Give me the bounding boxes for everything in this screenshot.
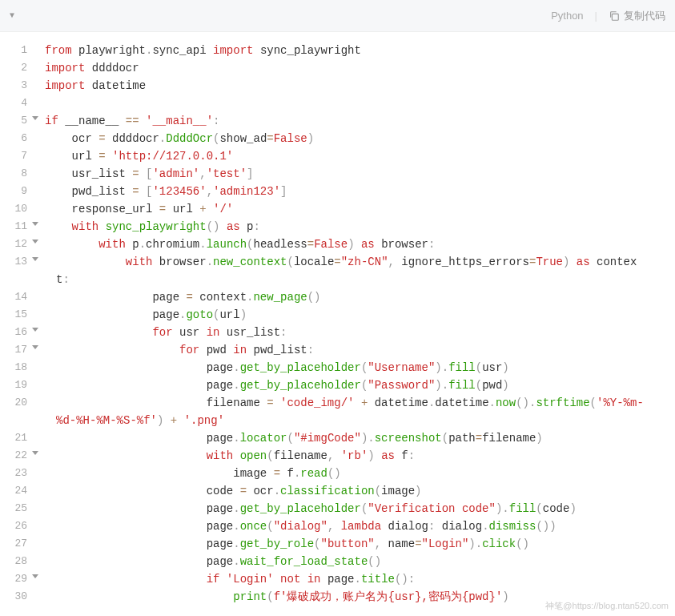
line-number: 23 <box>0 465 34 482</box>
line-gutter: 1234567891011121314151617181920212223242… <box>0 32 34 615</box>
line-number <box>0 271 34 288</box>
code-line: with sync_playwright() as p: <box>45 218 675 236</box>
line-number: 27 <box>0 535 34 553</box>
line-number: 9 <box>0 183 34 200</box>
code-line: pwd_list = ['123456','admin123'] <box>45 183 675 200</box>
line-number: 30 <box>0 588 34 606</box>
fold-marker-icon[interactable] <box>32 257 38 261</box>
fold-marker-icon[interactable] <box>32 240 38 244</box>
code-line: url = 'http://127.0.0.1' <box>45 147 675 165</box>
toolbar-right: Python | 复制代码 <box>551 9 665 23</box>
code-line: with open(filename, 'rb') as f: <box>45 447 675 465</box>
line-number: 19 <box>0 376 34 394</box>
svg-rect-0 <box>612 14 618 20</box>
fold-marker-icon[interactable] <box>32 345 38 349</box>
code-line: import ddddocr <box>45 59 675 77</box>
line-number: 12 <box>0 236 34 253</box>
watermark: 神笔@https://blog.ntan520.com <box>545 600 669 612</box>
code-line: with browser.new_context(locale="zh-CN",… <box>45 253 675 271</box>
code-line: page.once("dialog", lambda dialog: dialo… <box>45 517 675 535</box>
line-number: 29 <box>0 570 34 588</box>
line-number: 10 <box>0 200 34 218</box>
code-area: 1234567891011121314151617181920212223242… <box>0 32 675 615</box>
code-line: t: <box>45 271 675 288</box>
code-line: page.get_by_placeholder("Username").fill… <box>45 359 675 376</box>
language-label: Python <box>551 10 583 22</box>
line-number: 11 <box>0 218 34 236</box>
fold-marker-icon[interactable] <box>32 116 38 120</box>
code-line: from playwright.sync_api import sync_pla… <box>45 42 675 59</box>
line-number: 26 <box>0 517 34 535</box>
fold-marker-icon[interactable] <box>32 328 38 332</box>
code-line: %d-%H-%M-%S-%f') + '.png' <box>45 412 675 429</box>
line-number: 15 <box>0 306 34 324</box>
copy-icon <box>609 10 620 22</box>
line-number: 6 <box>0 130 34 147</box>
code-line: page.goto(url) <box>45 306 675 324</box>
code-line: ocr = ddddocr.DdddOcr(show_ad=False) <box>45 130 675 147</box>
line-number: 7 <box>0 147 34 165</box>
code-line: image = f.read() <box>45 465 675 482</box>
code-line: response_url = url + '/' <box>45 200 675 218</box>
code-line: for usr in usr_list: <box>45 324 675 341</box>
line-number <box>0 412 34 429</box>
line-number: 22 <box>0 447 34 465</box>
code-line: import datetime <box>45 77 675 95</box>
line-number: 3 <box>0 77 34 95</box>
line-number: 4 <box>0 95 34 112</box>
code-line: with p.chromium.launch(headless=False) a… <box>45 236 675 253</box>
separator: | <box>595 10 597 22</box>
line-number: 20 <box>0 394 34 412</box>
code-line: usr_list = ['admin','test'] <box>45 165 675 183</box>
code-line: page.get_by_placeholder("Verification co… <box>45 500 675 517</box>
copy-code-button[interactable]: 复制代码 <box>609 9 665 23</box>
code-line: code = ocr.classification(image) <box>45 482 675 500</box>
line-number: 21 <box>0 429 34 447</box>
line-number: 25 <box>0 500 34 517</box>
code-line: page = context.new_page() <box>45 288 675 306</box>
line-number: 17 <box>0 341 34 359</box>
line-number: 28 <box>0 553 34 570</box>
code-line: page.locator("#imgCode").screenshot(path… <box>45 429 675 447</box>
line-number: 13 <box>0 253 34 271</box>
line-number: 18 <box>0 359 34 376</box>
code-line <box>45 95 675 112</box>
line-number: 14 <box>0 288 34 306</box>
code-line: page.get_by_placeholder("Password").fill… <box>45 376 675 394</box>
line-number: 5 <box>0 112 34 130</box>
code-line: page.wait_for_load_state() <box>45 553 675 570</box>
chevron-down-icon[interactable]: ▼ <box>10 11 14 20</box>
line-number: 8 <box>0 165 34 183</box>
copy-label: 复制代码 <box>624 9 665 23</box>
line-number: 2 <box>0 59 34 77</box>
code-line: for pwd in pwd_list: <box>45 341 675 359</box>
line-number: 24 <box>0 482 34 500</box>
code-toolbar: ▼ Python | 复制代码 <box>0 0 675 32</box>
code-line: if 'Login' not in page.title(): <box>45 570 675 588</box>
fold-marker-icon[interactable] <box>32 222 38 226</box>
toolbar-left: ▼ <box>10 11 551 20</box>
code-line: if __name__ == '__main__': <box>45 112 675 130</box>
code-line: page.get_by_role("button", name="Login")… <box>45 535 675 553</box>
code-content[interactable]: from playwright.sync_api import sync_pla… <box>34 32 675 615</box>
fold-marker-icon[interactable] <box>32 451 38 455</box>
line-number: 1 <box>0 42 34 59</box>
code-line: filename = 'code_img/' + datetime.dateti… <box>45 394 675 412</box>
fold-marker-icon[interactable] <box>32 574 38 578</box>
line-number: 16 <box>0 324 34 341</box>
